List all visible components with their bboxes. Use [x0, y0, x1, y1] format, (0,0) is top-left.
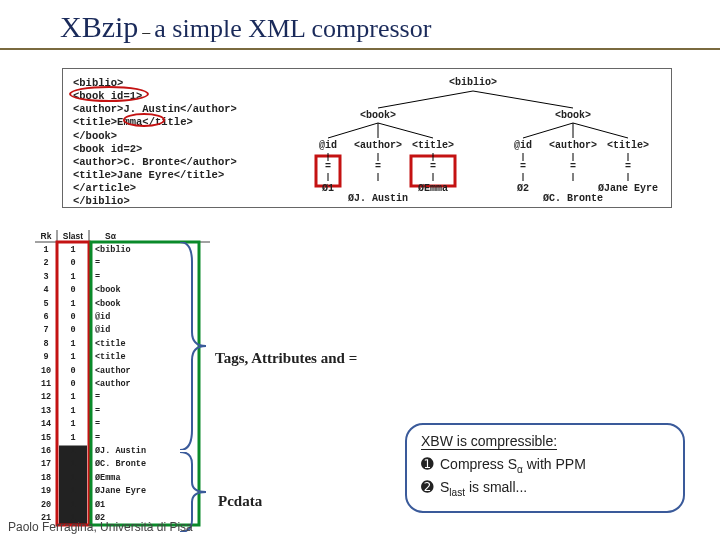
svg-text:0: 0	[70, 258, 75, 268]
svg-text:=: =	[375, 161, 381, 172]
svg-text:=: =	[430, 161, 436, 172]
svg-text:1: 1	[70, 419, 75, 429]
xml-line: <book id=1>	[73, 90, 237, 103]
svg-text:ØJ. Austin: ØJ. Austin	[95, 446, 146, 456]
svg-text:14: 14	[41, 419, 51, 429]
svg-text:1: 1	[70, 272, 75, 282]
svg-text:1: 1	[70, 500, 75, 510]
svg-text:@id: @id	[95, 325, 110, 335]
callout-row-2: ➋ Slast is small...	[421, 478, 669, 498]
svg-text:=: =	[95, 258, 100, 268]
svg-text:1: 1	[70, 433, 75, 443]
svg-text:ØEmma: ØEmma	[95, 473, 121, 483]
svg-text:<author: <author	[95, 379, 131, 389]
svg-text:Slast: Slast	[63, 231, 83, 241]
svg-text:ØJane Eyre: ØJane Eyre	[95, 486, 146, 496]
svg-text:16: 16	[41, 446, 51, 456]
svg-text:20: 20	[41, 500, 51, 510]
svg-text:=: =	[95, 392, 100, 402]
title-bar: XBzip – a simple XML compressor	[0, 0, 720, 50]
svg-text:ØC. Bronte: ØC. Bronte	[543, 193, 603, 204]
svg-text:<title>: <title>	[412, 140, 454, 151]
svg-text:13: 13	[41, 406, 51, 416]
svg-text:ØC. Bronte: ØC. Bronte	[95, 459, 146, 469]
svg-line-4	[328, 123, 378, 138]
xml-tree: <biblio> <book> @id <author> <title> = =…	[293, 73, 663, 205]
tags-label: Tags, Attributes and =	[215, 350, 357, 367]
title-main: XBzip	[60, 10, 138, 43]
svg-line-27	[573, 123, 628, 138]
figure-box: <biblio> <book id=1> <author>J. Austin</…	[62, 68, 672, 208]
svg-text:0: 0	[70, 312, 75, 322]
title-separator: –	[138, 23, 154, 40]
footer-credit: Paolo Ferragina, Università di Pisa	[8, 520, 193, 534]
svg-text:1: 1	[70, 459, 75, 469]
svg-text:<book>: <book>	[360, 110, 396, 121]
xml-line: </article>	[73, 182, 237, 195]
svg-text:0: 0	[70, 285, 75, 295]
svg-text:3: 3	[43, 272, 48, 282]
svg-text:<book: <book	[95, 299, 121, 309]
xml-line: <title>Jane Eyre</title>	[73, 169, 237, 182]
svg-text:Ø1: Ø1	[95, 500, 105, 510]
dingbat-1-icon: ➊	[421, 455, 434, 473]
svg-text:=: =	[625, 161, 631, 172]
svg-text:0: 0	[70, 325, 75, 335]
svg-text:1: 1	[70, 245, 75, 255]
svg-text:=: =	[95, 419, 100, 429]
svg-line-1	[473, 91, 573, 108]
svg-text:15: 15	[41, 433, 51, 443]
svg-text:5: 5	[43, 299, 48, 309]
svg-text:<book: <book	[95, 285, 121, 295]
svg-text:<biblio: <biblio	[95, 245, 131, 255]
svg-text:ØEmma: ØEmma	[418, 183, 448, 194]
callout-row-1: ➊ Compress Sα with PPM	[421, 455, 669, 475]
svg-text:Sα: Sα	[105, 231, 117, 241]
svg-text:1: 1	[70, 473, 75, 483]
svg-text:<author>: <author>	[549, 140, 597, 151]
svg-text:<title>: <title>	[607, 140, 649, 151]
svg-text:10: 10	[41, 366, 51, 376]
svg-text:7: 7	[43, 325, 48, 335]
xml-line: <biblio>	[73, 77, 237, 90]
svg-text:@id: @id	[95, 312, 110, 322]
svg-text:6: 6	[43, 312, 48, 322]
svg-text:=: =	[95, 433, 100, 443]
xml-line: <author>C. Bronte</author>	[73, 156, 237, 169]
svg-text:=: =	[570, 161, 576, 172]
svg-text:Ø2: Ø2	[517, 183, 529, 194]
svg-text:0: 0	[70, 366, 75, 376]
svg-text:<title: <title	[95, 352, 126, 362]
xml-source: <biblio> <book id=1> <author>J. Austin</…	[73, 77, 237, 208]
svg-text:=: =	[95, 406, 100, 416]
svg-text:Ø1: Ø1	[322, 183, 334, 194]
svg-text:19: 19	[41, 486, 51, 496]
svg-text:1: 1	[70, 299, 75, 309]
xbw-table: Rk Slast Sα 11<biblio20=31=40<book51<boo…	[35, 230, 210, 530]
svg-text:ØJane Eyre: ØJane Eyre	[598, 183, 658, 194]
svg-text:8: 8	[43, 339, 48, 349]
xml-line: </book>	[73, 130, 237, 143]
pcdata-label: Pcdata	[218, 493, 262, 510]
xml-line: <author>J. Austin</author>	[73, 103, 237, 116]
svg-text:2: 2	[43, 258, 48, 268]
svg-text:=: =	[95, 272, 100, 282]
svg-text:1: 1	[70, 486, 75, 496]
svg-text:Rk: Rk	[41, 231, 52, 241]
svg-text:1: 1	[70, 406, 75, 416]
svg-text:<title: <title	[95, 339, 126, 349]
svg-line-25	[523, 123, 573, 138]
svg-line-6	[378, 123, 433, 138]
svg-text:1: 1	[70, 446, 75, 456]
svg-text:17: 17	[41, 459, 51, 469]
callout-compressible: XBW is compressible: ➊ Compress Sα with …	[405, 423, 685, 513]
svg-text:4: 4	[43, 285, 48, 295]
xml-line: </biblio>	[73, 195, 237, 208]
svg-text:1: 1	[70, 352, 75, 362]
svg-text:<biblio>: <biblio>	[449, 77, 497, 88]
svg-text:=: =	[520, 161, 526, 172]
svg-text:@id: @id	[514, 140, 532, 151]
svg-text:@id: @id	[319, 140, 337, 151]
callout-title: XBW is compressible:	[421, 433, 669, 449]
svg-text:12: 12	[41, 392, 51, 402]
